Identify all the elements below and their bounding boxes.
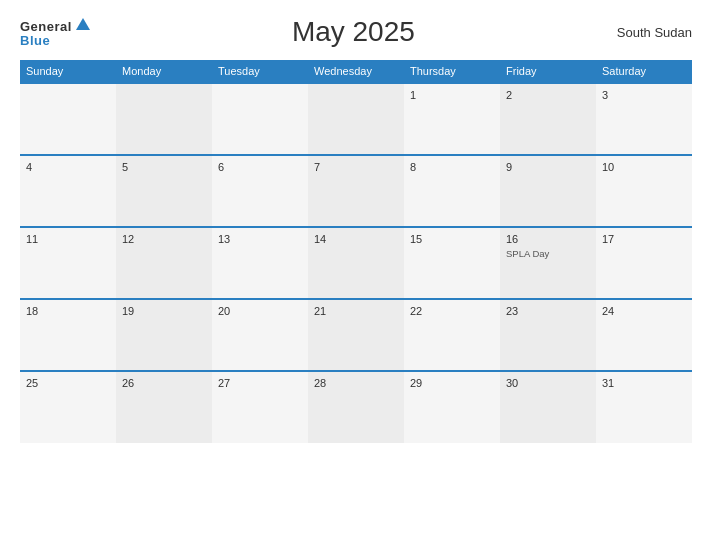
day-number: 28 xyxy=(314,377,398,389)
calendar-cell: 18 xyxy=(20,299,116,371)
country-label: South Sudan xyxy=(617,25,692,40)
calendar-body: 12345678910111213141516SPLA Day171819202… xyxy=(20,83,692,443)
calendar-cell: 22 xyxy=(404,299,500,371)
holiday-label: SPLA Day xyxy=(506,248,590,259)
header-thursday: Thursday xyxy=(404,60,500,83)
calendar-week-row: 18192021222324 xyxy=(20,299,692,371)
day-number: 12 xyxy=(122,233,206,245)
calendar-table: Sunday Monday Tuesday Wednesday Thursday… xyxy=(20,60,692,443)
calendar-cell: 20 xyxy=(212,299,308,371)
calendar-cell: 10 xyxy=(596,155,692,227)
calendar-cell xyxy=(308,83,404,155)
calendar-header: Sunday Monday Tuesday Wednesday Thursday… xyxy=(20,60,692,83)
day-number: 14 xyxy=(314,233,398,245)
calendar-cell: 14 xyxy=(308,227,404,299)
calendar-cell: 31 xyxy=(596,371,692,443)
calendar-cell xyxy=(116,83,212,155)
header-tuesday: Tuesday xyxy=(212,60,308,83)
calendar-cell: 25 xyxy=(20,371,116,443)
header-sunday: Sunday xyxy=(20,60,116,83)
day-number: 21 xyxy=(314,305,398,317)
calendar-cell: 28 xyxy=(308,371,404,443)
day-number: 4 xyxy=(26,161,110,173)
day-number: 10 xyxy=(602,161,686,173)
calendar-cell: 5 xyxy=(116,155,212,227)
calendar-cell: 12 xyxy=(116,227,212,299)
day-number: 24 xyxy=(602,305,686,317)
day-number: 30 xyxy=(506,377,590,389)
day-number: 15 xyxy=(410,233,494,245)
calendar-cell: 24 xyxy=(596,299,692,371)
calendar-cell: 30 xyxy=(500,371,596,443)
calendar-cell: 26 xyxy=(116,371,212,443)
day-number: 2 xyxy=(506,89,590,101)
calendar-cell: 29 xyxy=(404,371,500,443)
calendar-week-row: 45678910 xyxy=(20,155,692,227)
calendar-cell xyxy=(212,83,308,155)
day-number: 22 xyxy=(410,305,494,317)
calendar-cell: 9 xyxy=(500,155,596,227)
logo-blue-text: Blue xyxy=(20,34,50,47)
logo-line1: General xyxy=(20,18,90,34)
logo-triangle-icon xyxy=(76,18,90,30)
calendar-cell xyxy=(20,83,116,155)
calendar-page: General Blue May 2025 South Sudan Sunday… xyxy=(0,0,712,550)
header-saturday: Saturday xyxy=(596,60,692,83)
day-number: 6 xyxy=(218,161,302,173)
calendar-cell: 8 xyxy=(404,155,500,227)
calendar-cell: 23 xyxy=(500,299,596,371)
day-number: 19 xyxy=(122,305,206,317)
calendar-week-row: 123 xyxy=(20,83,692,155)
day-number: 29 xyxy=(410,377,494,389)
header-wednesday: Wednesday xyxy=(308,60,404,83)
day-number: 11 xyxy=(26,233,110,245)
day-number: 27 xyxy=(218,377,302,389)
calendar-cell: 13 xyxy=(212,227,308,299)
logo: General Blue xyxy=(20,18,90,47)
header-friday: Friday xyxy=(500,60,596,83)
calendar-week-row: 25262728293031 xyxy=(20,371,692,443)
calendar-cell: 17 xyxy=(596,227,692,299)
day-number: 16 xyxy=(506,233,590,245)
day-number: 26 xyxy=(122,377,206,389)
weekday-header-row: Sunday Monday Tuesday Wednesday Thursday… xyxy=(20,60,692,83)
calendar-cell: 11 xyxy=(20,227,116,299)
day-number: 13 xyxy=(218,233,302,245)
day-number: 1 xyxy=(410,89,494,101)
calendar-title: May 2025 xyxy=(292,16,415,48)
calendar-cell: 6 xyxy=(212,155,308,227)
day-number: 5 xyxy=(122,161,206,173)
calendar-cell: 16SPLA Day xyxy=(500,227,596,299)
day-number: 25 xyxy=(26,377,110,389)
day-number: 7 xyxy=(314,161,398,173)
calendar-cell: 3 xyxy=(596,83,692,155)
calendar-week-row: 111213141516SPLA Day17 xyxy=(20,227,692,299)
calendar-cell: 4 xyxy=(20,155,116,227)
day-number: 23 xyxy=(506,305,590,317)
day-number: 3 xyxy=(602,89,686,101)
calendar-cell: 1 xyxy=(404,83,500,155)
day-number: 9 xyxy=(506,161,590,173)
logo-general-text: General xyxy=(20,19,72,34)
header-monday: Monday xyxy=(116,60,212,83)
day-number: 31 xyxy=(602,377,686,389)
calendar-cell: 2 xyxy=(500,83,596,155)
calendar-cell: 15 xyxy=(404,227,500,299)
header: General Blue May 2025 South Sudan xyxy=(20,16,692,48)
day-number: 18 xyxy=(26,305,110,317)
calendar-cell: 21 xyxy=(308,299,404,371)
day-number: 8 xyxy=(410,161,494,173)
calendar-cell: 19 xyxy=(116,299,212,371)
day-number: 17 xyxy=(602,233,686,245)
day-number: 20 xyxy=(218,305,302,317)
calendar-cell: 27 xyxy=(212,371,308,443)
calendar-cell: 7 xyxy=(308,155,404,227)
